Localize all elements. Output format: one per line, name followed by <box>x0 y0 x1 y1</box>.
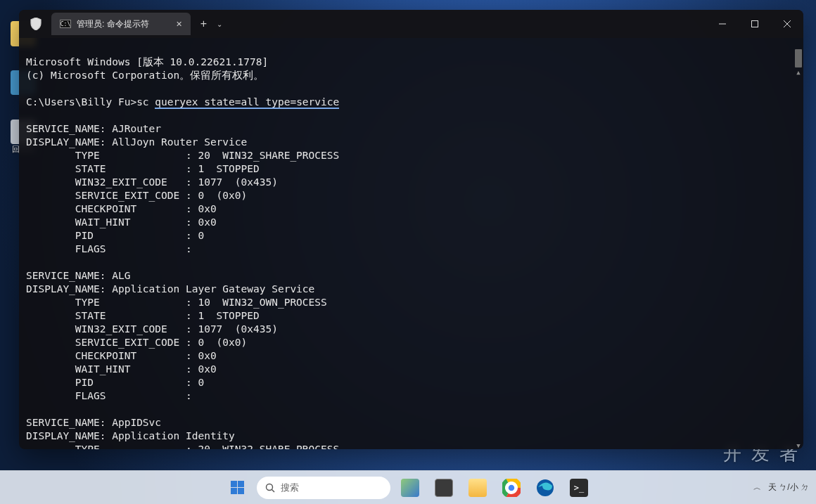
scroll-down-icon[interactable]: ▼ <box>794 439 803 448</box>
tab-title: 管理员: 命令提示符 <box>77 18 149 30</box>
svg-rect-1 <box>752 21 758 27</box>
maximize-button[interactable] <box>739 10 771 38</box>
taskbar-widgets-icon[interactable] <box>396 474 424 502</box>
terminal-output[interactable]: Microsoft Windows [版本 10.0.22621.1778] (… <box>19 38 803 449</box>
terminal-window: C:\ 管理员: 命令提示符 ✕ + ⌄ Microsoft Windows [… <box>19 10 803 449</box>
taskbar-chrome-icon[interactable] <box>497 474 525 502</box>
window-titlebar[interactable]: C:\ 管理员: 命令提示符 ✕ + ⌄ <box>19 10 803 38</box>
svg-point-4 <box>267 484 273 490</box>
taskbar-explorer-icon[interactable] <box>464 474 492 502</box>
svg-line-5 <box>272 489 275 492</box>
windows-logo-icon <box>231 481 244 494</box>
admin-shield-icon <box>26 14 46 34</box>
copyright-line: (c) Microsoft Corporation。保留所有权利。 <box>26 70 264 81</box>
tab-close-icon[interactable]: ✕ <box>176 20 182 29</box>
prompt-line: C:\Users\Billy Fu>sc queryex state=all t… <box>26 96 339 109</box>
version-line: Microsoft Windows [版本 10.0.22621.1778] <box>26 56 268 67</box>
terminal-tab[interactable]: C:\ 管理员: 命令提示符 ✕ <box>51 13 191 35</box>
cmd-icon: C:\ <box>60 20 71 28</box>
taskbar-search[interactable]: 搜索 <box>257 477 390 499</box>
new-tab-button[interactable]: + <box>200 18 207 30</box>
taskbar: 搜索 >_ ︿ 天 ㄅ/小 ㄉ <box>0 470 816 504</box>
start-button[interactable] <box>223 474 251 502</box>
scroll-thumb[interactable] <box>795 49 802 67</box>
tray-overflow-icon[interactable]: ︿ <box>753 482 761 493</box>
tab-dropdown-icon[interactable]: ⌄ <box>217 20 222 28</box>
scrollbar[interactable]: ▲ ▼ <box>794 39 803 448</box>
taskbar-edge-icon[interactable] <box>531 474 559 502</box>
taskbar-taskview-icon[interactable] <box>430 474 458 502</box>
taskbar-terminal-icon[interactable]: >_ <box>565 474 593 502</box>
search-placeholder: 搜索 <box>281 482 299 494</box>
close-button[interactable] <box>771 10 803 38</box>
minimize-button[interactable] <box>706 10 739 38</box>
search-icon <box>265 483 275 493</box>
tray-ime-text[interactable]: 天 ㄅ/小 ㄉ <box>768 482 809 493</box>
system-tray[interactable]: ︿ 天 ㄅ/小 ㄉ <box>753 482 809 493</box>
